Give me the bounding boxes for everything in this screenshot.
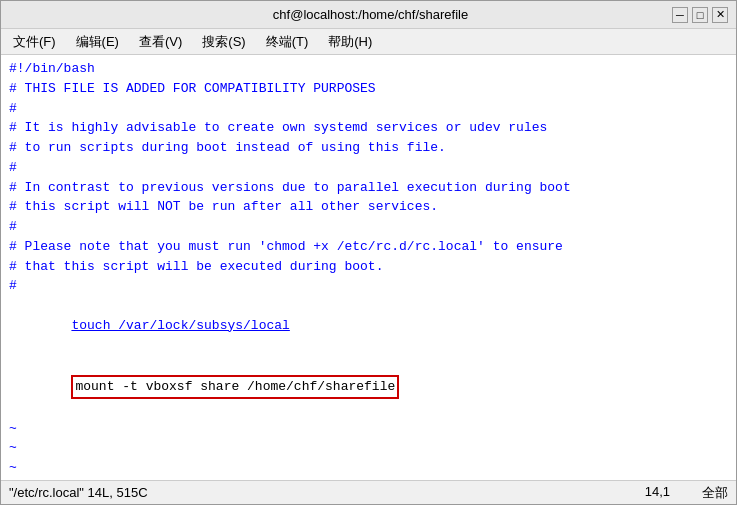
menu-help[interactable]: 帮助(H) [320,31,380,53]
line-11: # that this script will be executed duri… [9,257,728,277]
line-7: # In contrast to previous versions due t… [9,178,728,198]
menu-bar: 文件(F) 编辑(E) 查看(V) 搜索(S) 终端(T) 帮助(H) [1,29,736,55]
line-3: # [9,99,728,119]
terminal-window: chf@localhost:/home/chf/sharefile ─ □ ✕ … [0,0,737,505]
mount-line: mount -t vboxsf share /home/chf/sharefil… [9,355,728,418]
line-9: # [9,217,728,237]
status-bar: "/etc/rc.local" 14L, 515C 14,1 全部 [1,480,736,504]
line-5: # to run scripts during boot instead of … [9,138,728,158]
menu-search[interactable]: 搜索(S) [194,31,253,53]
menu-view[interactable]: 查看(V) [131,31,190,53]
close-button[interactable]: ✕ [712,7,728,23]
line-10: # Please note that you must run 'chmod +… [9,237,728,257]
status-filename: "/etc/rc.local" 14L, 515C [9,485,148,500]
status-all: 全部 [702,484,728,502]
line-8: # this script will NOT be run after all … [9,197,728,217]
tilde-3: ~ [9,458,728,478]
mount-line-text: mount -t vboxsf share /home/chf/sharefil… [71,375,399,399]
line-12: # [9,276,728,296]
line-1: #!/bin/bash [9,59,728,79]
touch-line-text: touch /var/lock/subsys/local [71,318,289,333]
editor-content[interactable]: #!/bin/bash # THIS FILE IS ADDED FOR COM… [1,55,736,480]
tilde-2: ~ [9,438,728,458]
maximize-button[interactable]: □ [692,7,708,23]
tilde-1: ~ [9,419,728,439]
touch-line: touch /var/lock/subsys/local [9,296,728,355]
status-position: 14,1 [645,484,670,502]
title-bar: chf@localhost:/home/chf/sharefile ─ □ ✕ [1,1,736,29]
menu-edit[interactable]: 编辑(E) [68,31,127,53]
menu-file[interactable]: 文件(F) [5,31,64,53]
line-4: # It is highly advisable to create own s… [9,118,728,138]
window-controls: ─ □ ✕ [672,7,728,23]
editor-area[interactable]: #!/bin/bash # THIS FILE IS ADDED FOR COM… [1,55,736,480]
window-title: chf@localhost:/home/chf/sharefile [69,7,672,22]
menu-terminal[interactable]: 终端(T) [258,31,317,53]
line-2: # THIS FILE IS ADDED FOR COMPATIBILITY P… [9,79,728,99]
minimize-button[interactable]: ─ [672,7,688,23]
line-6: # [9,158,728,178]
